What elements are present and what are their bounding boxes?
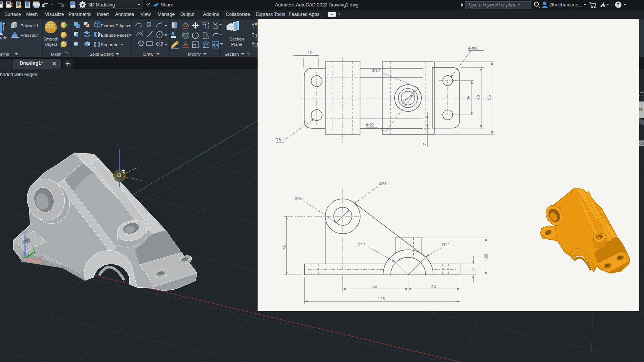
svg-text:10: 10 [308, 50, 313, 55]
svg-text:28: 28 [484, 254, 488, 259]
svg-text:4-Φ8: 4-Φ8 [468, 46, 478, 50]
svg-text:45: 45 [282, 245, 286, 250]
svg-text:Polysolid: Polysolid [20, 23, 38, 28]
svg-text:ude: ude [0, 36, 7, 40]
svg-text:X: X [39, 255, 42, 261]
svg-text:26: 26 [466, 95, 471, 100]
svg-text:R21: R21 [442, 242, 450, 247]
svg-text:7: 7 [422, 143, 427, 145]
svg-text:Plane: Plane [231, 42, 242, 47]
svg-text:Y: Y [32, 245, 36, 251]
svg-text:Drawing1.dwg: Drawing1.dwg [328, 2, 358, 8]
svg-text:Φ16: Φ16 [294, 196, 303, 201]
svg-text:Z: Z [23, 229, 27, 236]
svg-text:Φ12: Φ12 [372, 68, 380, 73]
svg-text:Extrude Faces: Extrude Faces [101, 33, 129, 37]
svg-text:eling: eling [0, 52, 9, 56]
svg-text:Share: Share [161, 2, 173, 8]
svg-text:26mehmetme...: 26mehmetme... [549, 2, 582, 8]
svg-text:Section: Section [224, 52, 239, 56]
svg-text:Extract Edges: Extract Edges [101, 23, 128, 28]
svg-text:?: ? [617, 2, 619, 8]
svg-text:Presspull: Presspull [20, 33, 38, 37]
svg-text:R8: R8 [275, 137, 281, 142]
svg-text:Φ22: Φ22 [366, 123, 374, 127]
svg-text:Φ28: Φ28 [378, 181, 387, 186]
svg-text:53: 53 [372, 284, 377, 289]
svg-text:Separate: Separate [101, 42, 119, 47]
svg-text:R14: R14 [358, 242, 366, 247]
svg-text:8: 8 [471, 268, 476, 271]
svg-text:NT: NT [639, 108, 644, 112]
svg-text:Smooth: Smooth [43, 37, 58, 41]
svg-text:CS: CS [639, 142, 644, 145]
svg-text:Mesh: Mesh [51, 52, 61, 56]
svg-text:48: 48 [476, 95, 480, 100]
svg-text:56: 56 [487, 95, 491, 100]
svg-text:Draw: Draw [143, 52, 154, 56]
svg-text:Section: Section [230, 37, 244, 41]
svg-text:126: 126 [378, 296, 385, 301]
svg-text:Object: Object [44, 42, 57, 47]
svg-text:42: 42 [431, 284, 436, 289]
svg-text:Autodesk AutoCAD 2022: Autodesk AutoCAD 2022 [275, 2, 327, 8]
svg-text:Solid Editing: Solid Editing [89, 52, 114, 56]
svg-text:Modify: Modify [188, 52, 201, 56]
svg-text:3D Modeling: 3D Modeling [88, 2, 115, 8]
svg-text:Type a keyword or phrase: Type a keyword or phrase [468, 2, 520, 8]
